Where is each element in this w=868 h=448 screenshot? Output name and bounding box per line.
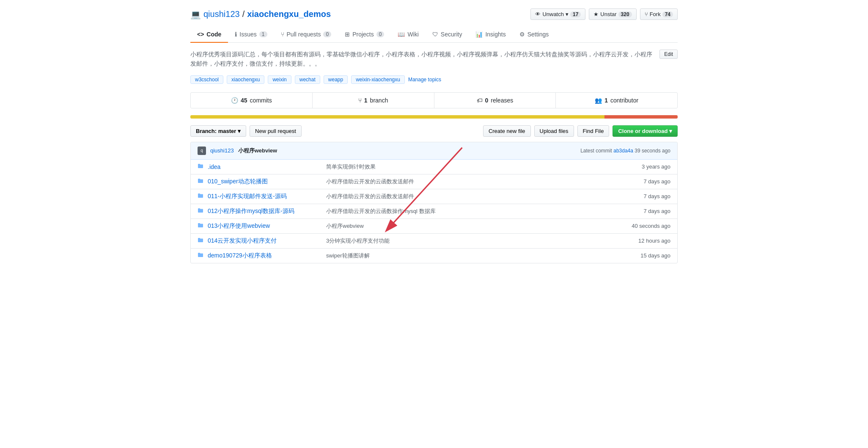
topic-w3cschool[interactable]: w3cschool: [190, 75, 223, 84]
tab-pr-label: Pull requests: [287, 31, 321, 38]
file-name[interactable]: 011-小程序实现邮件发送-源码: [208, 193, 326, 200]
tab-issues[interactable]: ℹ Issues 1: [228, 27, 274, 43]
commit-left: q qiushi123 小程序webview: [198, 147, 277, 155]
watch-label: Unwatch: [542, 11, 564, 17]
tab-pull-requests[interactable]: ⑂ Pull requests 0: [274, 27, 338, 43]
tab-code-label: Code: [206, 31, 221, 38]
topic-wechat[interactable]: wechat: [295, 75, 320, 84]
file-time: 40 seconds ago: [628, 223, 670, 229]
lang-javascript: [190, 115, 604, 119]
file-name[interactable]: 010_swiper动态轮播图: [208, 178, 326, 185]
repo-nav: <> Code ℹ Issues 1 ⑂ Pull requests 0 ⊞ P…: [190, 27, 678, 43]
create-new-file-button[interactable]: Create new file: [483, 125, 531, 137]
commit-right: Latest commit ab3da4a 39 seconds ago: [580, 148, 670, 154]
commit-time: 39 seconds ago: [635, 148, 670, 154]
repo-header: 💻 qiushi123 / xiaochengxu_demos 👁 Unwatc…: [190, 8, 678, 20]
topic-weixin-xiaochengxu[interactable]: weixin-xiaochengxu: [351, 75, 405, 84]
file-rows-container: .idea 简单实现倒计时效果 3 years ago 010_swiper动态…: [191, 160, 677, 263]
file-commit-msg: swiper轮播图讲解: [326, 252, 628, 260]
watch-count: 17: [570, 11, 581, 17]
repo-icon: 💻: [190, 9, 201, 19]
fork-button[interactable]: ⑂ Fork 74: [640, 8, 678, 20]
file-time: 12 hours ago: [628, 238, 670, 244]
contributors-icon: 👥: [595, 97, 602, 104]
branches-stat[interactable]: ⑂ 1 branch: [313, 93, 434, 108]
repo-name-link[interactable]: xiaochengxu_demos: [247, 9, 331, 19]
fork-count: 74: [662, 11, 673, 17]
star-count: 320: [618, 11, 632, 17]
tab-issues-label: Issues: [239, 31, 256, 38]
toolbar-right: Create new file Upload files Find File C…: [483, 125, 678, 137]
tab-code[interactable]: <> Code: [190, 27, 228, 43]
branch-selector[interactable]: Branch: master ▾: [190, 125, 246, 137]
tab-projects[interactable]: ⊞ Projects 0: [338, 27, 391, 43]
tab-wiki[interactable]: 📖 Wiki: [391, 27, 425, 43]
file-table: q qiushi123 小程序webview Latest commit ab3…: [190, 142, 678, 263]
table-row: 010_swiper动态轮播图 小程序借助云开发的云函数发送邮件 7 days …: [191, 174, 677, 189]
projects-badge: 0: [376, 31, 385, 37]
topic-weapp[interactable]: weapp: [324, 75, 348, 84]
file-commit-msg: 小程序webview: [326, 222, 628, 230]
contributors-stat[interactable]: 👥 1 contributor: [556, 93, 677, 108]
fork-label: Fork: [650, 11, 661, 17]
table-row: demo190729小程序表格 swiper轮播图讲解 15 days ago: [191, 249, 677, 263]
tab-settings[interactable]: ⚙ Settings: [513, 27, 556, 43]
tab-security[interactable]: 🛡 Security: [426, 27, 469, 43]
fork-icon: ⑂: [645, 11, 648, 17]
commits-stat[interactable]: 🕐 45 commits: [191, 93, 313, 108]
topics-container: w3cschool xiaochengxu weixin wechat weap…: [190, 75, 678, 84]
folder-icon: [198, 178, 204, 185]
topic-weixin[interactable]: weixin: [268, 75, 291, 84]
commits-icon: 🕐: [231, 97, 238, 104]
folder-icon: [198, 237, 204, 244]
table-row: 011-小程序实现邮件发送-源码 小程序借助云开发的云函数发送邮件 7 days…: [191, 189, 677, 204]
file-name[interactable]: demo190729小程序表格: [208, 252, 326, 260]
repo-owner-link[interactable]: qiushi123: [203, 9, 240, 19]
contributors-count: 1: [604, 97, 608, 104]
branches-count: 1: [364, 97, 368, 104]
branch-name: master: [218, 128, 236, 134]
pr-icon: ⑂: [281, 31, 284, 38]
pr-badge: 0: [323, 31, 331, 37]
file-time: 7 days ago: [628, 193, 670, 199]
file-name[interactable]: .idea: [208, 163, 326, 170]
tab-insights[interactable]: 📊 Insights: [469, 27, 512, 43]
star-button[interactable]: ★ Unstar 320: [589, 8, 636, 20]
file-name[interactable]: 013小程序使用webview: [208, 222, 326, 230]
commit-hash-label: Latest commit: [580, 148, 612, 154]
file-name[interactable]: 014云开发实现小程序支付: [208, 237, 326, 245]
file-commit-msg: 小程序借助云开发的云函数发送邮件: [326, 178, 628, 185]
clone-download-button[interactable]: Clone or download ▾: [613, 125, 678, 137]
toolbar-left: Branch: master ▾ New pull request: [190, 125, 302, 137]
releases-stat[interactable]: 🏷 0 releases: [434, 93, 556, 108]
topic-xiaochengxu[interactable]: xiaochengxu: [227, 75, 264, 84]
branch-label: Branch:: [196, 128, 217, 134]
find-file-button[interactable]: Find File: [577, 125, 610, 137]
edit-description-button[interactable]: Edit: [659, 50, 678, 59]
wiki-icon: 📖: [398, 31, 405, 38]
new-pull-request-button[interactable]: New pull request: [250, 125, 302, 137]
folder-icon: [198, 252, 204, 259]
table-row: 012小程序操作mysql数据库-源码 小程序借助云开发的云函数操作mysql …: [191, 204, 677, 219]
file-time: 7 days ago: [628, 208, 670, 214]
manage-topics-link[interactable]: Manage topics: [408, 77, 441, 83]
branch-chevron-icon: ▾: [238, 128, 241, 134]
issues-badge: 1: [259, 31, 267, 37]
star-icon: ★: [593, 11, 599, 17]
file-time: 3 years ago: [628, 163, 670, 170]
commit-hash-link[interactable]: ab3da4a: [613, 148, 633, 154]
watch-button[interactable]: 👁 Unwatch ▾ 17: [530, 8, 585, 20]
contributors-label: contributor: [610, 97, 638, 104]
projects-icon: ⊞: [345, 31, 350, 38]
file-name[interactable]: 012小程序操作mysql数据库-源码: [208, 207, 326, 215]
upload-files-button[interactable]: Upload files: [534, 125, 574, 137]
releases-icon: 🏷: [477, 97, 483, 104]
stats-bar: 🕐 45 commits ⑂ 1 branch 🏷 0 releases 👥 1…: [190, 92, 678, 108]
file-commit-msg: 小程序借助云开发的云函数发送邮件: [326, 193, 628, 200]
commit-author-link[interactable]: qiushi123: [210, 147, 234, 154]
file-commit-msg: 简单实现倒计时效果: [326, 163, 628, 171]
repo-title: 💻 qiushi123 / xiaochengxu_demos: [190, 9, 331, 19]
insights-icon: 📊: [475, 31, 483, 38]
latest-commit-row: q qiushi123 小程序webview Latest commit ab3…: [191, 142, 677, 160]
repo-actions: 👁 Unwatch ▾ 17 ★ Unstar 320 ⑂ Fork 74: [530, 8, 678, 20]
